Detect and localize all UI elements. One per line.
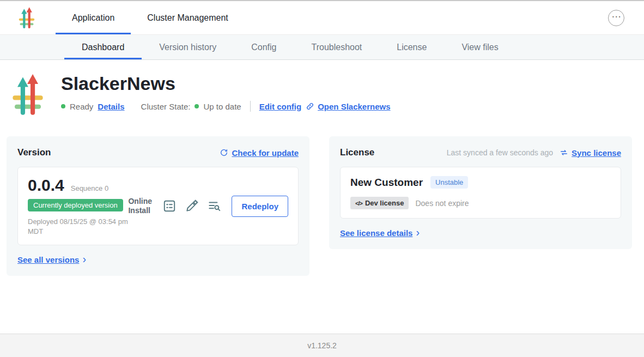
subnav-item-view-files[interactable]: View files (444, 35, 515, 59)
details-link[interactable]: Details (98, 102, 124, 111)
subnav-troubleshoot-label: Troubleshoot (311, 43, 362, 52)
see-license-details-link[interactable]: See license details › (340, 227, 420, 238)
edit-config-link[interactable]: Edit config (259, 102, 302, 111)
subnav-item-dashboard[interactable]: Dashboard (64, 35, 142, 59)
see-license-details-label: See license details (340, 228, 412, 238)
open-app-label: Open Slackernews (318, 102, 390, 111)
deploy-logs-icon[interactable] (207, 199, 221, 213)
tab-application-label: Application (72, 13, 114, 23)
top-navbar: Application Cluster Management ⋯ (0, 1, 644, 35)
see-all-versions-link[interactable]: See all versions › (17, 254, 86, 265)
ellipsis-icon: ⋯ (612, 12, 621, 21)
open-app-link[interactable]: Open Slackernews (306, 102, 390, 111)
current-version-panel: 0.0.4 Sequence 0 Currently deployed vers… (17, 167, 299, 245)
license-card-title: License (340, 147, 374, 158)
subnav-item-config[interactable]: Config (234, 35, 294, 59)
code-icon: </> (355, 200, 362, 207)
sync-license-link[interactable]: Sync license (560, 148, 621, 158)
sync-license-label: Sync license (572, 148, 621, 158)
main-content: SlackerNews Ready Details Cluster State:… (0, 60, 644, 334)
dashboard-cards: Version Check for update 0.0.4 Sequence (0, 117, 644, 276)
cluster-state-label: Cluster State: (141, 102, 191, 111)
app-header: SlackerNews Ready Details Cluster State:… (0, 60, 644, 117)
subnav-dashboard-label: Dashboard (82, 43, 124, 52)
tab-application[interactable]: Application (56, 1, 131, 34)
license-type-row: </> Dev license Does not expire (350, 197, 611, 209)
version-card: Version Check for update 0.0.4 Sequence (7, 136, 309, 276)
console-version-text: v1.125.2 (307, 341, 337, 350)
subnav-item-version-history[interactable]: Version history (142, 35, 234, 59)
license-panel: New Customer Unstable </> Dev license Do… (340, 167, 621, 219)
app-status-dot (61, 104, 65, 108)
version-info: 0.0.4 Sequence 0 Currently deployed vers… (28, 176, 128, 236)
footer: v1.125.2 (0, 334, 644, 357)
version-card-title: Version (17, 147, 51, 158)
version-card-header: Version Check for update (17, 147, 299, 158)
vertical-divider (250, 101, 251, 112)
license-card: License Last synced a few seconds ago Sy… (329, 136, 632, 249)
last-synced-text: Last synced a few seconds ago (447, 148, 553, 157)
channel-badge: Unstable (430, 176, 468, 189)
sub-navbar: Dashboard Version history Config Trouble… (0, 35, 644, 60)
license-header-right: Last synced a few seconds ago Sync licen… (447, 148, 621, 158)
app-status-row: Ready Details Cluster State: Up to date … (61, 101, 391, 112)
subnav-view-files-label: View files (461, 43, 498, 52)
version-number: 0.0.4 (28, 176, 64, 195)
version-actions: Online Install (128, 196, 288, 217)
sync-icon (560, 148, 568, 157)
top-tabs: Application Cluster Management (56, 1, 245, 34)
deployed-badge: Currently deployed version (28, 199, 123, 211)
install-type-label: Online Install (128, 197, 154, 216)
tab-cluster-management[interactable]: Cluster Management (131, 1, 245, 34)
license-card-header: License Last synced a few seconds ago Sy… (340, 147, 621, 158)
app-logo-icon[interactable] (19, 7, 35, 29)
license-customer-row: New Customer Unstable (350, 176, 611, 189)
license-type-label: Dev license (365, 199, 404, 207)
version-line: 0.0.4 Sequence 0 (28, 176, 128, 195)
sequence-label: Sequence 0 (71, 184, 108, 192)
app-status-text: Ready (70, 102, 93, 111)
subnav-license-label: License (397, 43, 427, 52)
see-all-versions-label: See all versions (17, 255, 79, 264)
more-menu-button[interactable]: ⋯ (608, 10, 624, 26)
cluster-state-dot (195, 104, 199, 108)
subnav-config-label: Config (251, 43, 276, 52)
edit-config-icon[interactable] (185, 199, 199, 213)
release-notes-icon[interactable] (162, 199, 177, 213)
license-type-badge: </> Dev license (350, 197, 409, 209)
page: Application Cluster Management ⋯ Dashboa… (0, 0, 644, 357)
chevron-right-icon: › (416, 227, 420, 238)
page-title: SlackerNews (61, 73, 391, 94)
deployed-timestamp: Deployed 08/15/25 @ 03:54 pm MDT (28, 217, 128, 236)
tab-cluster-management-label: Cluster Management (147, 13, 228, 23)
app-icon (12, 73, 44, 117)
redeploy-button[interactable]: Redeploy (232, 196, 288, 217)
app-header-text: SlackerNews Ready Details Cluster State:… (61, 72, 391, 112)
external-link-icon (306, 102, 314, 111)
subnav-item-troubleshoot[interactable]: Troubleshoot (294, 35, 379, 59)
refresh-icon (220, 148, 228, 157)
check-for-update-link[interactable]: Check for update (220, 148, 299, 158)
subnav-item-license[interactable]: License (379, 35, 444, 59)
license-expiry-text: Does not expire (415, 199, 469, 208)
chevron-right-icon: › (82, 253, 86, 264)
cluster-state-value: Up to date (203, 102, 241, 111)
subnav-version-history-label: Version history (159, 43, 216, 52)
customer-name: New Customer (350, 177, 423, 189)
check-for-update-label: Check for update (232, 148, 299, 158)
